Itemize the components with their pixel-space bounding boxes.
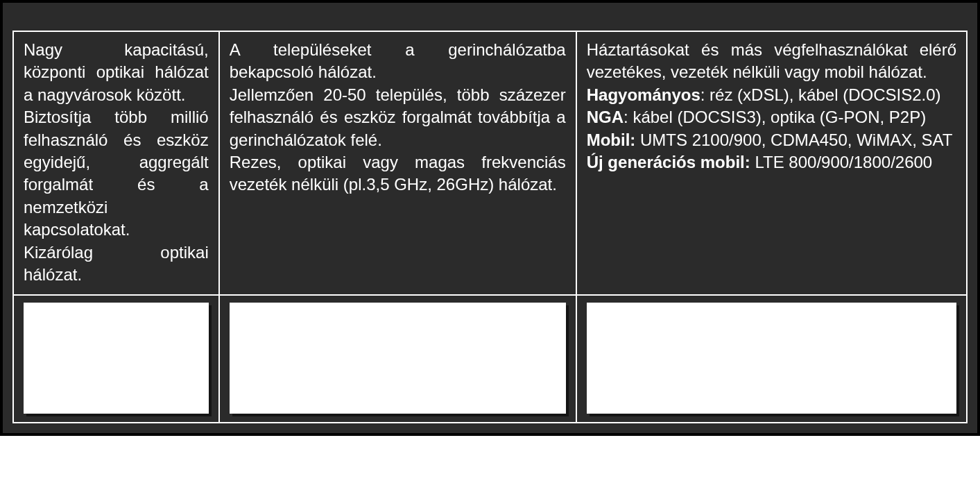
text: Háztartásokat és más végfelhasználókat e…	[587, 40, 956, 81]
cell-image-1	[13, 295, 219, 423]
label-traditional: Hagyományos	[587, 85, 700, 104]
cell-aggregation: A településeket a gerinchálózatba bekapc…	[219, 31, 576, 295]
label-nga: NGA	[587, 108, 624, 126]
text: Kizárólag optikai hálózat.	[24, 243, 209, 284]
image-placeholder	[587, 303, 956, 414]
text: A településeket a gerinchálózatba bekapc…	[230, 40, 566, 81]
document-page: Nagy kapacitású, központi optikai hálóza…	[0, 0, 980, 436]
text: : kábel (DOCSIS3), optika (G-PON, P2P)	[624, 108, 926, 126]
label-mobile: Mobil:	[587, 130, 636, 149]
image-row	[13, 295, 967, 423]
text: Nagy kapacitású, központi optikai hálóza…	[24, 40, 209, 104]
image-placeholder	[230, 303, 566, 414]
cell-access: Háztartásokat és más végfelhasználókat e…	[576, 31, 967, 295]
text: : réz (xDSL), kábel (DOCSIS2.0)	[700, 85, 941, 104]
image-placeholder	[24, 303, 209, 414]
cell-image-2	[219, 295, 576, 423]
text-row: Nagy kapacitású, központi optikai hálóza…	[13, 31, 967, 295]
text: LTE 800/900/1800/2600	[750, 153, 932, 171]
text: Biztosítja több millió felhasználó és es…	[24, 108, 209, 239]
text: Jellemzően 20-50 település, több százeze…	[230, 85, 566, 149]
cell-backbone: Nagy kapacitású, központi optikai hálóza…	[13, 31, 219, 295]
text: Rezes, optikai vagy magas frekvenciás ve…	[230, 153, 566, 194]
cell-image-3	[576, 295, 967, 423]
label-new-gen-mobile: Új generációs mobil:	[587, 153, 750, 171]
content-table: Nagy kapacitású, központi optikai hálóza…	[12, 31, 968, 423]
text: UMTS 2100/900, CDMA450, WiMAX, SAT	[635, 130, 952, 149]
